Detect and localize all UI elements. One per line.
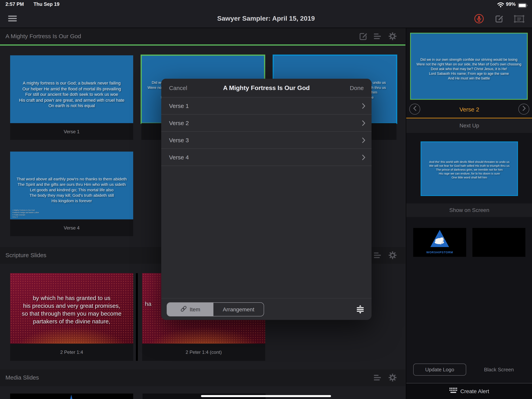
chevron-right-icon: [362, 120, 365, 128]
stage-display-button[interactable]: [514, 15, 525, 25]
verse-row-1[interactable]: Verse 1: [161, 97, 372, 115]
status-battery-percent: 99%: [506, 1, 516, 7]
slide-label-scripture-2: 2 Peter 1:4 (cont): [142, 344, 265, 361]
slide-media-1[interactable]: [10, 393, 133, 399]
gear-icon: [389, 254, 396, 260]
slide-lyrics: And tho' this world with devils filled s…: [421, 160, 517, 180]
wifi-icon: [497, 2, 504, 9]
status-time: 2:57 PM: [6, 1, 24, 7]
black-screen-thumbnail[interactable]: [472, 228, 525, 257]
list-icon: [374, 253, 382, 259]
arrangement-modal: Cancel A Mighty Fortress Is Our God Done…: [161, 79, 372, 320]
link-icon: [180, 305, 187, 313]
section-settings-button[interactable]: [389, 374, 396, 383]
section-title: A Mighty Fortress Is Our God: [6, 28, 81, 45]
stage-display-icon: [514, 18, 525, 24]
record-button[interactable]: [474, 14, 484, 25]
modal-footer: Item Arrangement: [161, 298, 372, 320]
show-on-screen-header: Show on Screen: [406, 203, 532, 217]
done-button[interactable]: Done: [350, 79, 364, 97]
verse-row-3[interactable]: Verse 3: [161, 132, 372, 149]
app-window: 2:57 PM Thu Sep 19 99% Sawyer Sampler: A…: [0, 0, 532, 399]
create-alert-label: Create Alert: [460, 388, 489, 394]
update-logo-button[interactable]: Update Logo: [413, 364, 466, 376]
status-date: Thu Sep 19: [33, 1, 59, 7]
gear-icon: [389, 35, 396, 41]
slide-label-scripture-1: 2 Peter 1:4: [10, 344, 133, 361]
slide-copyright: A Mighty Fortress Is Our God Frederick H…: [13, 209, 39, 219]
slide-scripture-1[interactable]: by which he has granted to us his precio…: [10, 273, 133, 344]
nav-bar: Sawyer Sampler: April 15, 2019: [0, 9, 532, 28]
edit-section-button[interactable]: [359, 32, 368, 42]
list-icon: [374, 375, 382, 382]
chevron-right-icon: [362, 137, 365, 145]
arrangement-list-button[interactable]: [374, 252, 382, 259]
edit-playlist-button[interactable]: [495, 14, 504, 25]
item-arrangement-segmented-control: Item Arrangement: [167, 302, 264, 316]
next-slide-button[interactable]: [518, 104, 529, 115]
slide-label-verse-4: Verse 4: [10, 219, 133, 236]
section-header-media: Media Slides: [0, 369, 405, 386]
next-up-header: Next Up: [406, 118, 532, 133]
section-header-song: A Mighty Fortress Is Our God: [0, 28, 405, 45]
slide-divider: [136, 273, 138, 361]
battery-icon: [518, 2, 528, 9]
section-settings-button[interactable]: [389, 251, 396, 260]
create-alert-bar[interactable]: Create Alert: [406, 383, 532, 399]
compose-icon: [359, 35, 368, 42]
worshipstorm-logo: [67, 395, 75, 399]
status-bar: 2:57 PM Thu Sep 19 99%: [0, 0, 532, 9]
tab-arrangement[interactable]: Arrangement: [213, 303, 264, 316]
keyboard-icon: [450, 388, 457, 395]
verse-row-2[interactable]: Verse 2: [161, 115, 372, 132]
tab-item[interactable]: Item: [167, 303, 213, 316]
gear-icon: [389, 376, 396, 383]
chevron-right-icon: [522, 106, 526, 113]
arrangement-list-button[interactable]: [374, 33, 382, 40]
record-icon: [474, 18, 484, 25]
reorder-settings-button[interactable]: [357, 305, 364, 315]
list-icon: [374, 34, 382, 40]
slide-lyrics: That word above all earthly pow'rs no th…: [10, 177, 133, 204]
next-up-slide-preview[interactable]: And tho' this world with devils filled s…: [421, 142, 518, 196]
section-title: Media Slides: [6, 369, 39, 386]
slide-lyrics: Did we in our own strength confide our s…: [411, 58, 527, 81]
current-slide-name: Verse 2: [406, 106, 532, 113]
slide-verse-4[interactable]: That word above all earthly pow'rs no th…: [10, 152, 133, 219]
document-title: Sawyer Sampler: April 15, 2019: [0, 9, 532, 28]
logo-caption: WORSHIPSTORM: [413, 251, 466, 254]
modal-header: Cancel A Mighty Fortress Is Our God Done: [161, 79, 372, 97]
reorder-icon: [357, 308, 364, 315]
slide-verse-text: ha: [145, 300, 151, 307]
compose-icon: [495, 18, 504, 24]
current-slide-preview[interactable]: Did we in our own strength confide our s…: [410, 33, 528, 100]
slide-verse-1[interactable]: A mighty fortress is our God; a bulwark …: [10, 55, 133, 123]
slide-label-verse-1: Verse 1: [10, 123, 133, 140]
chevron-right-icon: [362, 103, 365, 111]
arrangement-list-button[interactable]: [374, 375, 382, 382]
output-sidebar: Did we in our own strength confide our s…: [406, 28, 532, 399]
chevron-right-icon: [362, 154, 365, 162]
worshipstorm-logo: [429, 230, 451, 251]
section-settings-button[interactable]: [389, 32, 396, 41]
modal-title: A Mighty Fortress Is Our God: [185, 79, 348, 97]
logo-thumbnail[interactable]: WORSHIPSTORM: [413, 228, 466, 257]
section-title: Scripture Slides: [6, 247, 46, 264]
black-screen-button[interactable]: Black Screen: [472, 364, 525, 376]
slide-verse-text: by which he has granted to us his precio…: [10, 294, 133, 325]
verse-row-4[interactable]: Verse 4: [161, 149, 372, 166]
slide-lyrics: A mighty fortress is our God; a bulwark …: [10, 80, 133, 109]
home-indicator[interactable]: [201, 395, 331, 397]
